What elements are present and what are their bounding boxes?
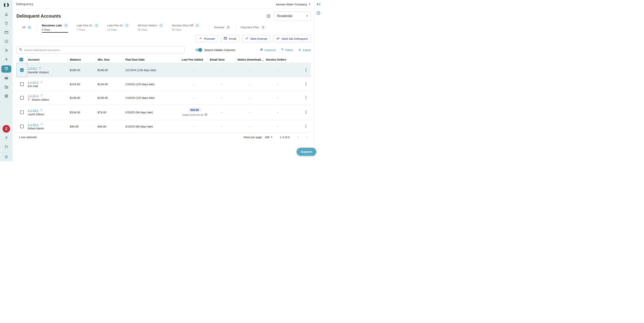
account-link[interactable]: 1-1-22-1 [28, 81, 38, 84]
sidebar-item-company[interactable] [1, 84, 11, 90]
rows-per-page-select[interactable]: 100 [265, 136, 272, 139]
rows-per-page-label: Rows per page: [244, 136, 262, 139]
tab-label: 48-hour Notice [138, 24, 157, 27]
sidebar-item-settings[interactable] [1, 93, 11, 100]
row-checkbox[interactable] [20, 124, 24, 128]
collapse-panel-icon[interactable] [316, 2, 321, 7]
svg-text:$: $ [5, 57, 7, 61]
promote-arrow-icon [199, 36, 202, 41]
account-link[interactable]: 1-2-9-1 [28, 66, 37, 70]
tab-count-badge: 1 [94, 24, 99, 27]
col-header-past-due-date[interactable]: Past Due Date [123, 56, 180, 63]
category-select[interactable]: Residential [274, 11, 311, 21]
logout-button[interactable] [1, 144, 11, 150]
row-checkbox[interactable] [20, 68, 24, 72]
chevron-down-icon [306, 16, 308, 17]
mark-not-delinquent-button[interactable]: Mark Not Delinquent [273, 35, 311, 42]
tab-service-shut-off[interactable]: Service Shut Off 1 30 Days [172, 22, 199, 33]
table-row[interactable]: 1-1-21-1 Sharon Gilbert $138.00 $138.00 … [16, 91, 311, 104]
sidebar-item-messaging[interactable] [1, 75, 11, 82]
sidebar-item-service-tools[interactable] [1, 48, 11, 54]
sidebar-item-delinquency[interactable] [1, 65, 11, 73]
col-header-account[interactable]: Account [27, 56, 68, 63]
next-page-button[interactable] [305, 136, 308, 139]
external-link-icon[interactable] [40, 123, 43, 126]
row-menu-button[interactable] [306, 82, 306, 86]
external-link-icon[interactable] [40, 80, 43, 84]
sidebar-item-billing[interactable] [1, 30, 11, 36]
service-orders-cell: - [264, 63, 292, 77]
account-link[interactable]: 1-1-19-1 [28, 109, 38, 112]
row-menu-button[interactable] [306, 110, 306, 114]
account-holder-name: Laurie Gibson [28, 113, 44, 116]
mark-exempt-button[interactable]: Mark Exempt [242, 35, 270, 42]
row-menu-button[interactable] [306, 96, 306, 100]
info-icon[interactable] [204, 113, 207, 116]
col-header-email-sent[interactable]: Email Sent [208, 56, 236, 63]
past-due-cell: 12/15/24 (156 days late) [123, 63, 180, 77]
service-orders-cell: - [264, 78, 292, 91]
info-icon[interactable] [266, 14, 271, 18]
tab-label: All [22, 26, 26, 29]
columns-button[interactable]: Columns [260, 48, 276, 52]
col-header-notice-downloaded[interactable]: Notice Download… [236, 56, 264, 63]
col-header-min-due[interactable]: Min. Due [96, 56, 123, 63]
sidebar-item-payments[interactable]: $ [1, 56, 11, 63]
tab-becomes-late[interactable]: Becomes Late 5 0 Days [42, 22, 68, 33]
tab-all[interactable]: All 9 [22, 22, 32, 33]
col-header-service-orders[interactable]: Service Orders [264, 56, 292, 63]
tab-label: Exempt [214, 26, 224, 29]
export-button[interactable]: Export [298, 48, 311, 52]
search-hidden-columns-toggle[interactable] [195, 48, 202, 52]
external-link-icon[interactable] [38, 66, 41, 70]
balance-cell: $138.00 [68, 91, 96, 104]
delinquent-accounts-table: Search Hidden Columns Columns Filters [16, 45, 311, 142]
tab-late-fee-1[interactable]: Late Fee #1 1 7 Days [77, 22, 99, 33]
row-checkbox[interactable] [20, 82, 24, 86]
table-row[interactable]: 1-1-19-1 Laurie Gibson $104.00 $79.00 2/… [16, 104, 311, 120]
row-menu-button[interactable] [306, 124, 306, 128]
tab-48-hour-notice[interactable]: 48-hour Notice 1 28 Days [138, 22, 163, 33]
account-link[interactable]: 1-1-10-1 [28, 123, 38, 126]
account-link[interactable]: 1-1-21-1 [28, 94, 38, 97]
table-row[interactable]: 1-1-22-1 Erin Hall $134.00 $134.00 1/15/… [16, 78, 311, 91]
promote-button[interactable]: Promote [196, 35, 218, 42]
tab-payment-plan[interactable]: Payment Plan 0 [240, 22, 265, 33]
external-link-icon[interactable] [40, 94, 43, 97]
external-link-icon[interactable] [40, 108, 43, 112]
theme-toggle[interactable] [4, 154, 8, 160]
tab-count-badge: 1 [195, 24, 200, 27]
col-header-last-fee-added[interactable]: Last Fee Added [180, 56, 208, 63]
account-holder-name: Robert Martin [28, 127, 44, 130]
service-orders-cell: - [264, 104, 292, 120]
sidebar-item-meters[interactable] [1, 38, 11, 45]
row-checkbox[interactable] [20, 96, 24, 100]
table-row[interactable]: 1-2-9-1 Jeanette Vasquez $188.00 $188.00… [16, 63, 311, 78]
table-row[interactable]: 1-1-10-1 Robert Martin $45.00 $30.00 3/1… [16, 120, 311, 133]
filters-button[interactable]: Filters [281, 48, 293, 52]
row-menu-button[interactable] [306, 68, 306, 72]
filters-label: Filters [285, 48, 293, 52]
notice-downloaded-cell: - [236, 120, 264, 133]
min-due-cell: $188.00 [96, 63, 123, 77]
select-all-checkbox[interactable] [20, 58, 23, 61]
help-icon[interactable]: ? [5, 136, 8, 141]
history-clock-icon[interactable] [316, 11, 321, 16]
sidebar-item-customers[interactable] [1, 12, 11, 18]
company-selector[interactable]: Aeneas Water Company [276, 3, 310, 6]
email-button[interactable]: Email [220, 35, 239, 42]
tab-exempt[interactable]: Exempt 0 [214, 22, 230, 33]
tab-late-fee-2[interactable]: Late Fee #2 1 14 Days [107, 22, 129, 33]
right-rail [314, 0, 322, 162]
flag-icon [28, 98, 30, 102]
user-avatar[interactable]: Z [2, 125, 10, 133]
support-button[interactable]: Support [296, 148, 316, 156]
search-input[interactable] [24, 48, 182, 52]
row-checkbox[interactable] [20, 110, 24, 114]
filter-icon [281, 48, 284, 52]
sidebar-item-locations[interactable] [1, 20, 11, 27]
pagination-range: 1–5 of 5 [280, 136, 290, 139]
previous-page-button[interactable] [297, 136, 300, 139]
col-header-balance[interactable]: Balance [68, 56, 96, 63]
account-holder-name: Jeanette Vasquez [28, 71, 49, 74]
